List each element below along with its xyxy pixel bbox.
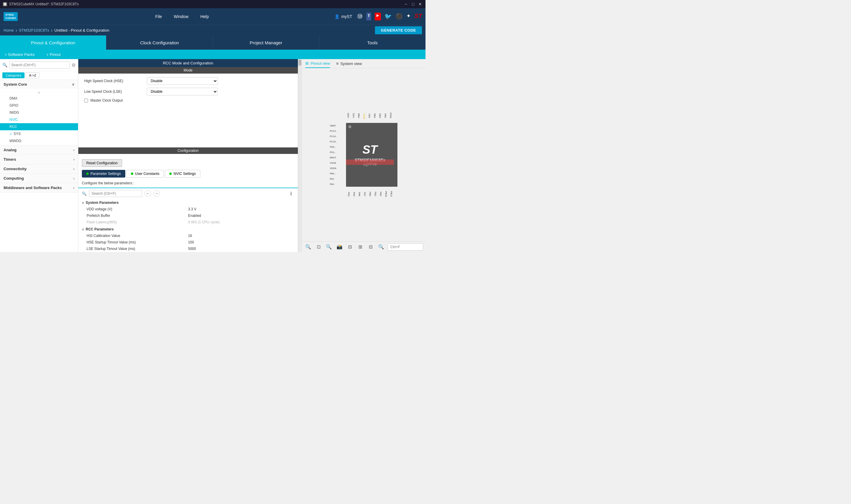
pinout-view-label: Pinout view xyxy=(311,61,330,66)
app-logo: STM32 CubeMX xyxy=(3,12,18,21)
subtab-pinout[interactable]: ∨ Pinout xyxy=(47,52,60,57)
file-menu[interactable]: File xyxy=(156,14,162,19)
st-community-icon[interactable]: ⑩ xyxy=(357,13,363,20)
nvic-settings-tab[interactable]: NVIC Settings xyxy=(165,170,200,178)
categories-tab[interactable]: Categories xyxy=(2,72,24,78)
minimize-button[interactable]: − xyxy=(403,1,409,7)
zoom-out-button[interactable]: 🔍 xyxy=(325,243,333,251)
pin-vbat: VBAT xyxy=(330,123,346,128)
sidebar-item-nvic[interactable]: NVIC xyxy=(0,116,78,123)
search-chip-button[interactable]: 🔍 xyxy=(377,243,385,251)
nvic-settings-label: NVIC Settings xyxy=(174,172,196,176)
pin-pd0: PD0... xyxy=(330,144,346,149)
vdd-param-value: 3.3 V xyxy=(188,207,290,211)
sidebar-settings-icon[interactable]: ⚙ xyxy=(72,62,76,68)
sidebar-item-rcc[interactable]: RCC xyxy=(0,123,78,130)
system-view-label: System view xyxy=(340,61,362,66)
middleware-header[interactable]: Middleware and Software Packs › xyxy=(0,183,78,192)
chip-search-input[interactable] xyxy=(388,244,423,251)
sidebar-item-sys[interactable]: ✓ SYS xyxy=(0,130,78,137)
twitter-icon[interactable]: 🐦 xyxy=(384,13,392,20)
pin-pa4-bot: PA4 xyxy=(351,187,357,201)
breadcrumb-home[interactable]: Home xyxy=(3,28,14,33)
lse-startup-name: LSE Startup Timout Value (ms) xyxy=(87,247,188,251)
hse-select[interactable]: Disable BYPASS Clock Source Crystal/Cera… xyxy=(147,77,218,85)
mode-spacer xyxy=(78,106,298,147)
pin-pb11-bot: PB11 xyxy=(388,187,394,201)
analog-header[interactable]: Analog › xyxy=(0,145,78,155)
maximize-button[interactable]: □ xyxy=(410,1,416,7)
pin-pb2-bot: PB2 xyxy=(378,187,383,201)
sidebar-item-dma[interactable]: DMA xyxy=(0,95,78,102)
facebook-icon[interactable]: f xyxy=(366,13,372,20)
pin-pa3-bot: PA3 xyxy=(346,187,351,201)
tab-clock-config[interactable]: Clock Configuration xyxy=(106,35,213,50)
user-constants-dot xyxy=(131,173,133,175)
pin-pa15-top: PA15 xyxy=(388,108,393,123)
github-icon[interactable]: ⚫ xyxy=(395,13,403,20)
help-menu[interactable]: Help xyxy=(200,14,209,19)
config-tabs: Parameter Settings User Constants NVIC S… xyxy=(78,170,298,178)
system-core-header[interactable]: System Core ∨ xyxy=(0,80,78,89)
category-tabs: Categories A->Z xyxy=(0,71,78,80)
param-vdd-row: VDD voltage (V) 3.3 V xyxy=(82,206,294,212)
dma-label: DMA xyxy=(10,96,17,101)
param-settings-dot xyxy=(86,173,89,175)
scrollbar-thumb[interactable] xyxy=(298,60,302,66)
zoom-in-button[interactable]: 🔍 xyxy=(304,243,312,251)
connectivity-header[interactable]: Connectivity › xyxy=(0,164,78,174)
software-packs-label: Software Packs xyxy=(8,52,35,57)
config-label: Configuration xyxy=(178,149,199,153)
screenshot-button[interactable]: 📸 xyxy=(336,243,343,251)
system-params-group[interactable]: ∨ System Parameters xyxy=(82,199,294,206)
content-area: 🔍 ⚙ Categories A->Z System Core ∨ ▲ DMA xyxy=(0,59,426,252)
subtab-software-packs[interactable]: ∨ Software Packs xyxy=(5,52,35,57)
sidebar-item-gpio[interactable]: GPIO xyxy=(0,102,78,109)
split-view-button[interactable]: ⊞ xyxy=(356,243,364,251)
computing-header[interactable]: Computing › xyxy=(0,174,78,183)
param-prev-button[interactable]: ← xyxy=(144,190,151,197)
st-network-icon[interactable]: ✦ xyxy=(406,13,411,20)
window-menu[interactable]: Window xyxy=(174,14,188,19)
tab-project-manager[interactable]: Project Manager xyxy=(213,35,320,50)
user-constants-tab[interactable]: User Constants xyxy=(126,170,164,178)
breadcrumb-chip[interactable]: STM32F103C8Tx xyxy=(19,28,49,33)
param-search-input[interactable] xyxy=(89,190,142,197)
param-next-button[interactable]: → xyxy=(153,190,160,197)
az-tab[interactable]: A->Z xyxy=(26,72,39,78)
menu-items: File Window Help xyxy=(30,14,334,19)
tab-pinout-config[interactable]: Pinout & Configuration xyxy=(0,35,106,50)
logo-box: STM32 CubeMX xyxy=(3,12,18,21)
param-settings-tab[interactable]: Parameter Settings xyxy=(82,170,125,178)
pin-pa1: PA1 xyxy=(330,176,346,181)
youtube-icon[interactable]: ▶ xyxy=(375,13,381,20)
pin-pb8-top: PB8 xyxy=(356,108,361,123)
sidebar-item-wwdg[interactable]: WWDG xyxy=(0,137,78,144)
tab-tools[interactable]: Tools xyxy=(320,35,426,50)
sidebar-item-iwdg[interactable]: IWDG xyxy=(0,109,78,116)
fit-button[interactable]: ⊡ xyxy=(314,243,322,251)
sidebar-search-input[interactable] xyxy=(9,61,70,69)
title-bar-controls: − □ ✕ xyxy=(403,1,423,7)
timers-header[interactable]: Timers › xyxy=(0,155,78,164)
system-view-tab[interactable]: ≡ System view xyxy=(336,61,362,68)
reset-config-button[interactable]: Reset Configuration xyxy=(82,159,122,167)
main-scrollbar[interactable] xyxy=(298,59,302,252)
rcc-params-label: RCC Parameters xyxy=(86,227,114,231)
chip-body: ST STM32F103C8Tx LQFP48 xyxy=(346,123,394,187)
myst-button[interactable]: 👤 myST xyxy=(334,14,352,19)
close-button[interactable]: ✕ xyxy=(417,1,423,7)
generate-code-button[interactable]: GENERATE CODE xyxy=(375,26,422,34)
st-logo-icon[interactable]: ST xyxy=(414,13,422,20)
grid-button[interactable]: ⊟ xyxy=(367,243,375,251)
pinout-view-tab[interactable]: ⊞ Pinout view xyxy=(305,61,330,68)
gpio-label: GPIO xyxy=(10,103,18,108)
rcc-params-group[interactable]: ∨ RCC Parameters xyxy=(82,226,294,233)
lse-select[interactable]: Disable BYPASS Clock Source Crystal/Cera… xyxy=(147,88,218,95)
layers-button[interactable]: ⊟ xyxy=(346,243,354,251)
sidebar-section-computing: Computing › xyxy=(0,174,78,183)
social-icons: ⑩ f ▶ 🐦 ⚫ ✦ ST xyxy=(357,13,422,20)
param-info-button[interactable]: ℹ xyxy=(288,190,294,197)
master-clock-checkbox[interactable] xyxy=(84,99,88,103)
title-bar-left: 🔲 STM32CubeMX Untitled*: STM32F103C8Tx xyxy=(2,2,78,6)
